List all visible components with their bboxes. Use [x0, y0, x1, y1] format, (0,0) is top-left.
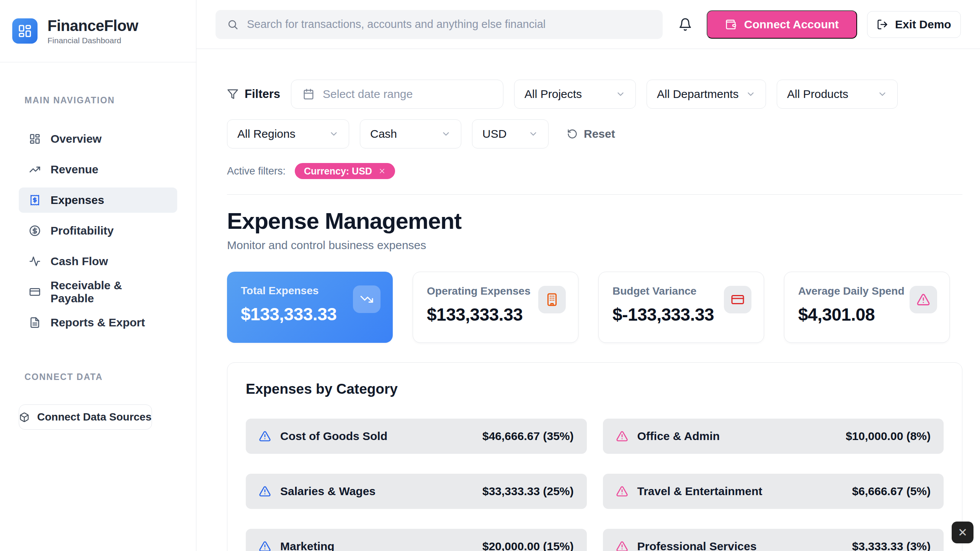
- date-range-placeholder: Select date range: [323, 88, 413, 101]
- main-navigation-label: MAIN NAVIGATION: [0, 95, 196, 106]
- calendar-icon: [303, 88, 314, 100]
- page-title: Expense Management: [227, 208, 962, 234]
- sidebar-item-label: Overview: [51, 132, 101, 145]
- reset-filters-button[interactable]: Reset: [567, 127, 615, 140]
- section-divider: [227, 194, 962, 195]
- currency-dropdown[interactable]: USD: [472, 119, 549, 148]
- category-row-travel-entertainment[interactable]: Travel & Entertainment $6,666.67 (5%): [603, 474, 944, 509]
- category-row-office-admin[interactable]: Office & Admin $10,000.00 (8%): [603, 419, 944, 454]
- regions-dropdown[interactable]: All Regions: [227, 119, 349, 148]
- alert-triangle-icon: [259, 430, 271, 442]
- category-value: $33,333.33 (25%): [482, 485, 574, 498]
- exit-demo-button[interactable]: Exit Demo: [867, 11, 961, 38]
- credit-card-icon: [724, 286, 751, 313]
- sidebar-item-cash-flow[interactable]: Cash Flow: [19, 249, 177, 274]
- reset-label: Reset: [584, 127, 615, 140]
- chevron-down-icon: [877, 89, 887, 99]
- connect-data-label: CONNECT DATA: [0, 372, 196, 382]
- stat-card-total-expenses[interactable]: Total Expenses $133,333.33: [227, 272, 393, 343]
- filters-title-label: Filters: [245, 87, 280, 101]
- category-row-salaries-wages[interactable]: Salaries & Wages $33,333.33 (25%): [246, 474, 587, 509]
- currency-dropdown-value: USD: [482, 127, 506, 140]
- regions-dropdown-value: All Regions: [237, 127, 296, 140]
- package-icon: [19, 412, 29, 422]
- trending-down-icon: [353, 285, 381, 313]
- category-row-professional-services[interactable]: Professional Services $3,333.33 (3%): [603, 529, 944, 551]
- projects-dropdown[interactable]: All Projects: [514, 80, 636, 109]
- connect-account-button[interactable]: Connect Account: [707, 10, 857, 39]
- category-value: $46,666.67 (35%): [482, 430, 574, 443]
- sidebar-item-profitability[interactable]: Profitability: [19, 218, 177, 243]
- category-label: Professional Services: [637, 540, 757, 551]
- sidebar-item-label: Revenue: [51, 163, 98, 176]
- global-search[interactable]: [216, 10, 663, 39]
- category-label: Travel & Entertainment: [637, 485, 763, 498]
- sidebar-item-revenue[interactable]: Revenue: [19, 157, 177, 182]
- categories-grid: Cost of Goods Sold $46,666.67 (35%) Offi…: [246, 419, 944, 551]
- accounting-basis-dropdown[interactable]: Cash: [360, 119, 461, 148]
- exit-demo-label: Exit Demo: [895, 18, 951, 31]
- alert-triangle-icon: [616, 540, 628, 551]
- category-row-marketing[interactable]: Marketing $20,000.00 (15%): [246, 529, 587, 551]
- sidebar-item-expenses[interactable]: Expenses: [19, 187, 177, 213]
- dashboard-icon: [29, 133, 41, 145]
- sidebar-item-overview[interactable]: Overview: [19, 126, 177, 152]
- brand-name: FinanceFlow: [47, 17, 138, 34]
- connect-data-sources-label: Connect Data Sources: [37, 411, 152, 423]
- stat-card-average-daily-spend[interactable]: Average Daily Spend $4,301.08: [784, 272, 950, 343]
- filters-title: Filters: [227, 87, 280, 101]
- stat-cards-row: Total Expenses $133,333.33 Operating Exp…: [227, 272, 962, 343]
- close-icon: ✕: [958, 526, 967, 539]
- currency-filter-chip[interactable]: Currency: USD: [295, 163, 395, 179]
- currency-chip-label: Currency: USD: [304, 166, 372, 177]
- date-range-input[interactable]: Select date range: [291, 80, 503, 109]
- receipt-icon: [29, 194, 41, 206]
- file-text-icon: [29, 317, 41, 328]
- notifications-button[interactable]: [674, 13, 697, 36]
- chevron-down-icon: [441, 129, 451, 139]
- products-dropdown[interactable]: All Products: [777, 80, 898, 109]
- log-out-icon: [877, 19, 888, 30]
- sidebar-item-receivable-payable[interactable]: Receivable & Payable: [19, 279, 177, 305]
- search-input[interactable]: [247, 18, 651, 31]
- alert-triangle-icon: [616, 430, 628, 442]
- sidebar-item-label: Reports & Export: [51, 316, 145, 329]
- alert-triangle-icon: [259, 540, 271, 551]
- stat-card-budget-variance[interactable]: Budget Variance $-133,333.33: [598, 272, 764, 343]
- sidebar-item-reports-export[interactable]: Reports & Export: [19, 310, 177, 335]
- category-label: Salaries & Wages: [280, 485, 376, 498]
- close-overlay-button[interactable]: ✕: [952, 522, 973, 543]
- category-value: $3,333.33 (3%): [852, 540, 931, 551]
- accounting-basis-value: Cash: [370, 127, 397, 140]
- projects-dropdown-value: All Projects: [524, 88, 582, 101]
- remove-filter-x-icon[interactable]: [378, 167, 386, 175]
- bell-icon: [678, 18, 692, 31]
- departments-dropdown-value: All Departments: [657, 88, 738, 101]
- stat-card-operating-expenses[interactable]: Operating Expenses $133,333.33: [413, 272, 578, 343]
- alert-triangle-icon: [910, 286, 937, 313]
- brand-block: FinanceFlow Financial Dashboard: [0, 0, 196, 62]
- expenses-by-category-panel: Expenses by Category Cost of Goods Sold …: [227, 362, 962, 551]
- dollar-circle-icon: [29, 225, 41, 236]
- filters-row-2: All Regions Cash USD: [227, 119, 962, 148]
- chevron-down-icon: [616, 89, 626, 99]
- departments-dropdown[interactable]: All Departments: [647, 80, 766, 109]
- chevron-down-icon: [746, 89, 756, 99]
- credit-card-icon: [29, 286, 41, 298]
- brand-tagline: Financial Dashboard: [47, 36, 138, 45]
- alert-triangle-icon: [259, 485, 271, 497]
- filters-row-1: Filters Select date range All Projects A…: [227, 80, 962, 109]
- activity-icon: [29, 256, 41, 267]
- app-logo-icon: [12, 18, 38, 44]
- sidebar-item-label: Profitability: [51, 224, 114, 237]
- alert-triangle-icon: [616, 485, 628, 497]
- filter-funnel-icon: [227, 88, 238, 100]
- top-header: Connect Account Exit Demo: [196, 0, 980, 49]
- category-row-cost-of-goods-sold[interactable]: Cost of Goods Sold $46,666.67 (35%): [246, 419, 587, 454]
- wallet-icon: [725, 19, 737, 30]
- category-value: $10,000.00 (8%): [846, 430, 931, 443]
- category-value: $6,666.67 (5%): [852, 485, 931, 498]
- connect-data-sources-button[interactable]: Connect Data Sources: [19, 404, 152, 430]
- active-filters-label: Active filters:: [227, 165, 286, 177]
- connect-account-label: Connect Account: [744, 18, 839, 31]
